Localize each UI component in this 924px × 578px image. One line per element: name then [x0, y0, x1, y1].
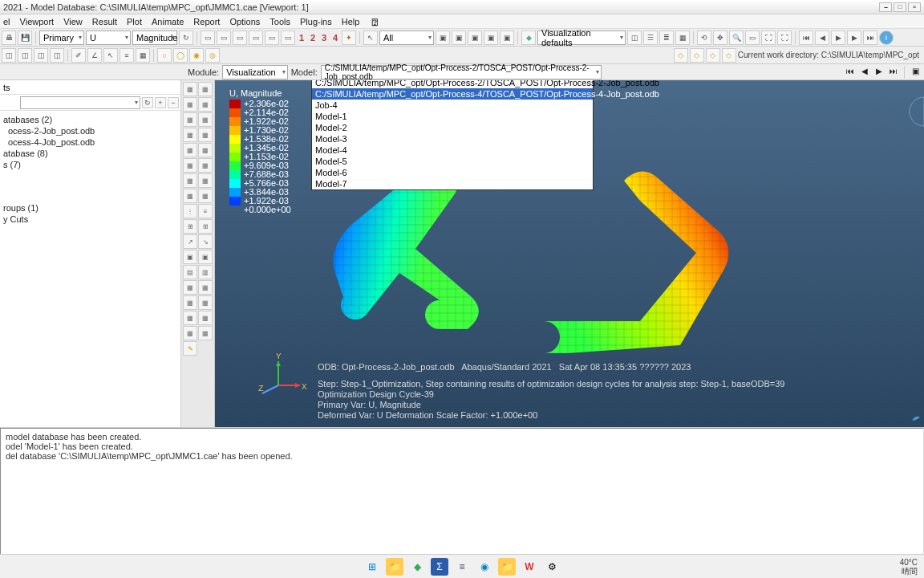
view-compass[interactable] [908, 83, 924, 140]
view2-icon[interactable]: ▭ [217, 31, 231, 45]
vt-28[interactable]: ▦ [198, 280, 213, 295]
select-icon[interactable]: ↖ [363, 31, 378, 45]
auto-fit-icon[interactable]: ⛶ [777, 31, 792, 45]
tb2-icon-3[interactable]: ◫ [34, 48, 48, 63]
print-icon[interactable]: 🖶 [2, 31, 16, 45]
variable-type-combo[interactable]: Primary [39, 31, 84, 45]
vt-18[interactable]: ≡ [198, 204, 213, 218]
filter3-icon[interactable]: ▣ [468, 31, 482, 45]
tree-refresh-icon[interactable]: ↻ [142, 97, 153, 108]
tb2-icon-1[interactable]: ◫ [2, 48, 16, 63]
view3-icon[interactable]: ▭ [233, 31, 247, 45]
vt-4[interactable]: ▦ [198, 97, 213, 112]
selection-filter-combo[interactable]: All [379, 31, 434, 45]
vt-26[interactable]: ▥ [198, 265, 213, 279]
wps-icon[interactable]: W [521, 558, 538, 576]
model-dropdown-item[interactable]: Model-6 [312, 167, 593, 178]
filter1-icon[interactable]: ▣ [436, 31, 450, 45]
whats-this-icon[interactable]: ⍰ [372, 17, 378, 26]
component-combo[interactable]: Magnitude [132, 31, 177, 45]
model-dropdown-item[interactable]: Model-5 [312, 156, 593, 167]
vt-35[interactable]: ✎ [183, 341, 197, 356]
maximize-button[interactable]: □ [894, 2, 906, 12]
view5-icon[interactable]: ▭ [265, 31, 279, 45]
tb2-circle3-icon[interactable]: ◉ [189, 48, 204, 63]
vt-5[interactable]: ▦ [183, 112, 197, 127]
vt-29[interactable]: ▦ [183, 295, 197, 310]
next-icon[interactable]: ▶ [847, 31, 861, 45]
save-icon[interactable]: 💾 [18, 31, 32, 45]
app2-icon[interactable]: Σ [431, 558, 448, 576]
model-dropdown-item[interactable]: Model-1 [312, 111, 593, 122]
vt-2[interactable]: ▦ [198, 82, 213, 96]
fit-icon[interactable]: ⛶ [761, 31, 776, 45]
triad-icon[interactable]: ✦ [342, 31, 356, 45]
vt-31[interactable]: ▦ [183, 311, 197, 325]
datum3-icon[interactable]: ◇ [706, 48, 720, 63]
sync-icon[interactable]: ↻ [179, 31, 193, 45]
vt-7[interactable]: ▦ [183, 128, 197, 142]
frame-next-icon[interactable]: ▶ [873, 66, 885, 77]
tree-node-odb1[interactable]: ocess-2-Job_post.odb [0, 125, 180, 136]
frame-prev-icon[interactable]: ◀ [859, 66, 870, 77]
app1-icon[interactable]: ◆ [408, 558, 426, 576]
zoom-box-icon[interactable]: ▭ [745, 31, 760, 45]
menu-view[interactable]: View [63, 17, 83, 26]
view-num-2[interactable]: 2 [308, 33, 318, 43]
menu-tools[interactable]: Tools [270, 17, 290, 26]
tree-node-databases[interactable]: atabases (2) [0, 114, 180, 125]
layers-icon[interactable]: ≣ [659, 31, 674, 45]
vt-10[interactable]: ▦ [198, 143, 213, 157]
vt-1[interactable]: ▦ [183, 82, 197, 96]
filter5-icon[interactable]: ▣ [500, 31, 514, 45]
viewport[interactable]: U, Magnitude +2.306e-02+2.114e-02+1.922e… [215, 80, 924, 427]
vt-34[interactable]: ▦ [198, 326, 213, 340]
vt-17[interactable]: ⋮ [183, 204, 197, 218]
vt-19[interactable]: ⊞ [183, 219, 197, 234]
start-icon[interactable]: ⊞ [363, 558, 381, 576]
vt-20[interactable]: ⊞ [198, 219, 213, 234]
model-dropdown-item[interactable]: C:/SIMULIA/temp/MPC_opt/Opt-Process-2/TO… [312, 80, 593, 88]
display-icon[interactable]: ◆ [521, 31, 536, 45]
view-num-4[interactable]: 4 [330, 33, 340, 43]
tb2-icon-4[interactable]: ◫ [50, 48, 64, 63]
menu-help[interactable]: Help [342, 17, 360, 26]
info-icon[interactable]: i [879, 31, 894, 45]
frame-last-icon[interactable]: ⏭ [888, 66, 899, 77]
tree-filter-combo[interactable] [20, 96, 140, 109]
tree-tab[interactable]: ts [0, 80, 180, 95]
explorer-icon[interactable]: 📁 [386, 558, 403, 576]
tree-node-s7[interactable]: s (7) [0, 159, 180, 170]
vt-14[interactable]: ▦ [198, 173, 213, 188]
tree-expand-icon[interactable]: + [155, 97, 166, 108]
view-num-3[interactable]: 3 [319, 33, 329, 43]
first-icon[interactable]: ⏮ [799, 31, 813, 45]
system-tray[interactable]: 40°C 晴間 [900, 558, 918, 576]
display-defaults-combo[interactable]: Visualization defaults [537, 31, 626, 45]
datum2-icon[interactable]: ◇ [690, 48, 704, 63]
model-combo[interactable]: C:/SIMULIA/temp/MPC_opt/Opt-Process-2/TO… [321, 65, 602, 79]
tb2-arrow-icon[interactable]: ↖ [103, 48, 118, 63]
menu-viewport[interactable]: Viewport [20, 17, 55, 26]
folder2-icon[interactable]: 📁 [498, 558, 516, 576]
vt-25[interactable]: ▤ [183, 265, 197, 279]
vt-33[interactable]: ▦ [183, 326, 197, 340]
vt-21[interactable]: ↗ [183, 234, 197, 249]
view4-icon[interactable]: ▭ [249, 31, 263, 45]
vt-30[interactable]: ▦ [198, 295, 213, 310]
frame-first-icon[interactable]: ⏮ [845, 66, 856, 77]
vt-15[interactable]: ▦ [183, 189, 197, 203]
tb2-circle1-icon[interactable]: ○ [157, 48, 172, 63]
menu-plot[interactable]: Plot [127, 17, 142, 26]
filter2-icon[interactable]: ▣ [452, 31, 466, 45]
view6-icon[interactable]: ▭ [281, 31, 295, 45]
tb2-circle2-icon[interactable]: ◯ [173, 48, 188, 63]
edge-icon[interactable]: ◉ [476, 558, 493, 576]
menu-report[interactable]: Report [193, 17, 220, 26]
pan-list-icon[interactable]: ☰ [643, 31, 658, 45]
prev-icon[interactable]: ◀ [815, 31, 829, 45]
vt-16[interactable]: ▦ [198, 189, 213, 203]
vt-32[interactable]: ▦ [198, 311, 213, 325]
vt-8[interactable]: ▦ [198, 128, 213, 142]
model-dropdown-item[interactable]: Job-4 [312, 100, 593, 111]
